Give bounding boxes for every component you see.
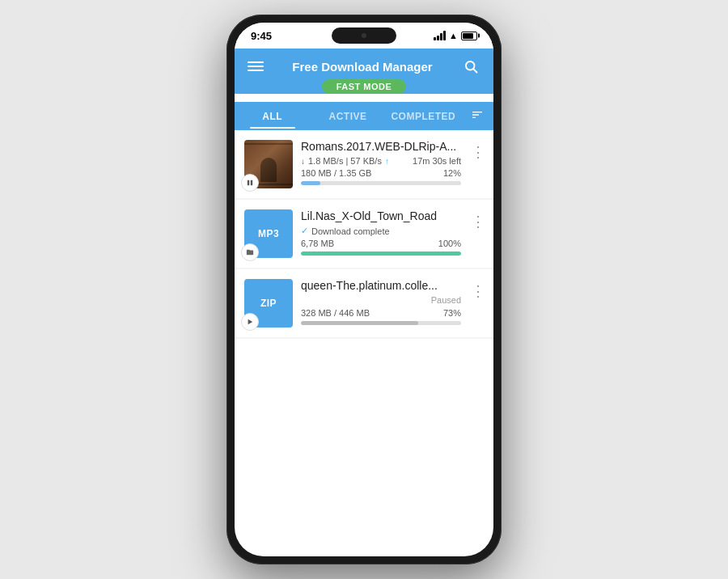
fast-mode-label: FAST MODE bbox=[322, 79, 407, 94]
svg-marker-4 bbox=[248, 319, 253, 324]
complete-row: ✓ Download complete bbox=[301, 226, 461, 236]
phone-screen: 9:45 ▲ Free Download Manager bbox=[235, 23, 493, 556]
progress-fill bbox=[301, 321, 418, 325]
more-options-button[interactable]: ⋮ bbox=[469, 143, 487, 161]
signal-icon bbox=[434, 31, 446, 40]
tabs-bar: ALL ACTIVE COMPLETED bbox=[235, 102, 493, 130]
folder-button[interactable] bbox=[241, 243, 259, 261]
progress-fill bbox=[301, 251, 461, 256]
thumbnail-container: MP3 bbox=[244, 209, 293, 258]
tab-active[interactable]: ACTIVE bbox=[310, 104, 385, 129]
thumbnail-container: ZIP bbox=[244, 279, 293, 328]
search-icon[interactable] bbox=[461, 57, 480, 76]
checkmark-icon: ✓ bbox=[301, 226, 308, 236]
size-row: 328 MB / 446 MB 73% bbox=[301, 308, 461, 318]
progress-fill bbox=[301, 181, 320, 185]
progress-bar bbox=[301, 321, 461, 325]
download-name: Lil.Nas_X-Old_Town_Road bbox=[301, 209, 461, 222]
thumb-figure bbox=[260, 158, 277, 182]
tab-all[interactable]: ALL bbox=[235, 104, 310, 129]
status-icons: ▲ bbox=[434, 31, 477, 40]
battery-icon bbox=[461, 32, 477, 40]
play-button[interactable] bbox=[241, 313, 259, 331]
size-info: 328 MB / 446 MB bbox=[301, 308, 370, 318]
download-meta: ↓ 1.8 MB/s | 57 KB/s ↑ 17m 30s left bbox=[301, 156, 461, 166]
status-time: 9:45 bbox=[251, 30, 272, 42]
wifi-icon: ▲ bbox=[449, 31, 458, 40]
fast-mode-badge: FAST MODE bbox=[248, 79, 480, 94]
download-info: queen-The.platinum.colle... Paused 328 M… bbox=[301, 279, 461, 325]
download-name: Romans.2017.WEB-DLRip-A... bbox=[301, 140, 461, 153]
speed-down: 1.8 MB/s | 57 KB/s bbox=[308, 156, 382, 166]
download-info: Romans.2017.WEB-DLRip-A... ↓ 1.8 MB/s | … bbox=[301, 140, 461, 185]
notch-camera bbox=[362, 33, 366, 38]
size-info: 6,78 MB bbox=[301, 239, 334, 248]
size-row: 180 MB / 1.35 GB 12% bbox=[301, 168, 461, 178]
tab-completed[interactable]: COMPLETED bbox=[386, 104, 461, 129]
speed-info: ↓ 1.8 MB/s | 57 KB/s ↑ bbox=[301, 156, 389, 166]
list-item: ZIP queen-The.platinum.colle... Paused bbox=[235, 269, 493, 337]
app-bar-top: Free Download Manager bbox=[248, 57, 480, 76]
list-item: Romans.2017.WEB-DLRip-A... ↓ 1.8 MB/s | … bbox=[235, 130, 493, 198]
app-title: Free Download Manager bbox=[292, 60, 432, 74]
thumbnail-container bbox=[244, 140, 293, 188]
down-arrow-icon: ↓ bbox=[301, 157, 305, 166]
complete-text: Download complete bbox=[311, 226, 390, 236]
download-name: queen-The.platinum.colle... bbox=[301, 279, 461, 292]
progress-bar bbox=[301, 181, 461, 185]
svg-line-1 bbox=[473, 69, 476, 72]
paused-status: Paused bbox=[431, 295, 461, 305]
download-info: Lil.Nas_X-Old_Town_Road ✓ Download compl… bbox=[301, 209, 461, 256]
status-bar: 9:45 ▲ bbox=[235, 23, 493, 49]
phone-frame: 9:45 ▲ Free Download Manager bbox=[226, 15, 502, 564]
menu-icon[interactable] bbox=[248, 61, 264, 71]
more-options-button[interactable]: ⋮ bbox=[469, 282, 487, 300]
size-row: 6,78 MB 100% bbox=[301, 239, 461, 248]
up-arrow-icon: ↑ bbox=[385, 157, 389, 166]
downloads-list: Romans.2017.WEB-DLRip-A... ↓ 1.8 MB/s | … bbox=[235, 130, 493, 339]
paused-row: Paused bbox=[301, 295, 461, 305]
list-item: MP3 Lil.Nas_X-Old_Town_Road ✓ Download c… bbox=[235, 200, 493, 268]
percent: 12% bbox=[443, 168, 461, 178]
percent: 73% bbox=[443, 308, 461, 318]
pause-button[interactable] bbox=[241, 174, 259, 192]
sort-icon[interactable] bbox=[461, 102, 493, 130]
svg-rect-2 bbox=[248, 180, 249, 185]
size-info: 180 MB / 1.35 GB bbox=[301, 168, 371, 178]
progress-bar bbox=[301, 251, 461, 256]
time-left: 17m 30s left bbox=[413, 156, 461, 166]
more-options-button[interactable]: ⋮ bbox=[469, 213, 487, 230]
notch bbox=[332, 27, 396, 44]
app-bar: Free Download Manager FAST MODE bbox=[235, 49, 493, 94]
svg-rect-3 bbox=[251, 180, 252, 185]
percent: 100% bbox=[438, 239, 461, 248]
